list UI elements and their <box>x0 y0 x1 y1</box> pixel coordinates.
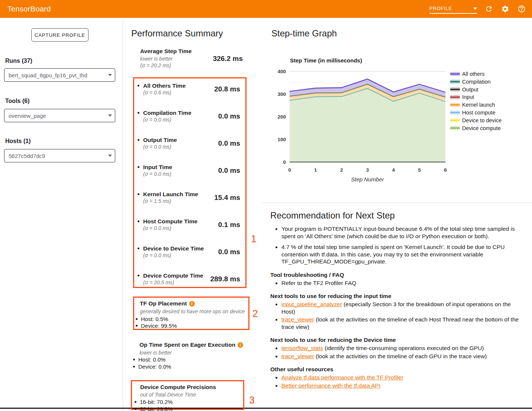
list-item: Host: 0.0% <box>133 356 165 363</box>
rec-section-item: trace_viewer (look at the activities on … <box>281 316 525 330</box>
metric-name: Compilation Time <box>143 110 191 116</box>
recommendation-bullet: 4.7 % of the total step time sampled is … <box>281 243 525 265</box>
runs-select[interactable]: bert_squad_8gpu_fp16_pvt_thd <box>4 68 115 82</box>
svg-text:4: 4 <box>392 167 395 173</box>
legend-label: Compilation <box>462 79 491 85</box>
list-item-text: Device: 0.0% <box>138 363 171 370</box>
header-actions: PROFILE <box>429 4 526 14</box>
rec-link[interactable]: tensorflow_stats <box>281 345 323 351</box>
list-item: Host: 0.5% <box>136 316 168 322</box>
hosts-select[interactable]: 5627c5dd7dc9 <box>4 149 115 162</box>
rec-link[interactable]: input_pipeline_analyzer <box>281 301 342 307</box>
annotation-number-1: 1 <box>251 233 257 245</box>
svg-text:5: 5 <box>418 167 421 173</box>
svg-text:100: 100 <box>277 137 286 142</box>
metric-row: Device Compute Time(σ = 20.5 ms)289.8 ms <box>134 272 245 289</box>
svg-text:6: 6 <box>444 167 447 173</box>
rec-item-text: (look at the activities on the timeline … <box>314 353 487 359</box>
svg-text:Step Number: Step Number <box>351 176 384 182</box>
rec-section-heading: Other useful resources <box>270 366 525 373</box>
average-step-time-note: lower is better <box>140 56 173 62</box>
reload-icon[interactable] <box>484 4 493 13</box>
average-step-time-value: 326.2 ms <box>213 55 243 63</box>
rec-link[interactable]: Analyze tf.data performance with the TF … <box>281 374 403 381</box>
list-item-text: Device: 99.5% <box>141 323 177 329</box>
metric-name: Output Time <box>143 137 177 143</box>
metric-sigma: (σ = 1.5 ms) <box>143 198 171 204</box>
rec-section-list: tensorflow_stats (identify the time-cons… <box>270 344 525 360</box>
annotation-number-3: 3 <box>249 395 255 406</box>
average-step-time-sigma: (σ = 20.2 ms) <box>140 62 171 68</box>
rec-section-heading: Tool troubleshooting / FAQ <box>270 272 525 278</box>
list-item-text: Host: 0.0% <box>138 356 165 363</box>
svg-text:200: 200 <box>277 114 286 120</box>
tf-op-placement-note: generally desired to have more ops on de… <box>140 308 245 314</box>
svg-text:0: 0 <box>288 167 291 173</box>
settings-icon[interactable] <box>501 4 510 13</box>
metric-row: Input Time(σ = 0.0 ms)0.0 ms <box>134 164 245 181</box>
list-item: Device: 99.5% <box>136 323 177 329</box>
bottom-window-edge <box>0 408 532 409</box>
precisions-title: Device Compute Precisions <box>140 384 216 391</box>
metric-row: Compilation Time(σ = 0.0 ms)0.0 ms <box>134 110 245 127</box>
metric-name: Input Time <box>143 164 172 171</box>
list-item: 16-bit: 70.2% <box>135 399 173 405</box>
bullet-icon <box>133 366 135 368</box>
rec-section-list: Analyze tf.data performance with the TF … <box>270 374 525 389</box>
metric-sigma: (σ = 0.0 ms) <box>143 252 171 258</box>
metric-name: Device to Device Time <box>143 245 204 252</box>
list-item: Device: 0.0% <box>133 363 171 370</box>
rec-section-item: Better performance with the tf.data API <box>281 382 525 389</box>
right-panel: Step-time Graph 01002003004000123456Step… <box>262 18 532 411</box>
rec-link[interactable]: trace_viewer <box>281 353 314 359</box>
rec-item-text: Refer to the TF2 Profiler FAQ <box>281 280 356 286</box>
runs-label: Runs (37) <box>5 58 32 64</box>
rec-section-item: Refer to the TF2 Profiler FAQ <box>281 279 525 287</box>
annotation-box-3: Device Compute Precisions out of Total D… <box>131 380 244 410</box>
chevron-down-icon <box>108 114 112 117</box>
metric-name: Host Compute Time <box>143 218 197 225</box>
legend-label: Device compute <box>462 125 501 131</box>
info-icon[interactable]: i <box>189 301 195 307</box>
chevron-down-icon <box>108 155 112 157</box>
precisions-note: out of Total Device Time <box>140 392 196 398</box>
chevron-down-icon <box>473 7 477 10</box>
help-icon[interactable] <box>517 4 526 13</box>
metric-row: Kernel Launch Time(σ = 1.5 ms)15.4 ms <box>134 191 245 208</box>
dashboard-selector[interactable]: PROFILE <box>429 4 477 14</box>
area-device-compute <box>290 88 445 162</box>
legend-label: Kernel launch <box>462 102 495 108</box>
metric-value: 20.8 ms <box>214 85 240 93</box>
tools-select[interactable]: overview_page <box>4 109 115 122</box>
rec-section-heading: Next tools to use for reducing the input… <box>270 293 525 300</box>
annotation-box-1: All Others Time(σ = 0.6 ms)20.8 msCompil… <box>133 77 246 288</box>
rec-section-item: input_pipeline_analyzer (especially Sect… <box>281 301 525 315</box>
rec-section-item: Analyze tf.data performance with the TF … <box>281 374 525 381</box>
capture-profile-button[interactable]: CAPTURE PROFILE <box>31 28 88 42</box>
info-icon[interactable]: i <box>238 342 243 348</box>
metric-name: Device Compute Time <box>143 272 203 279</box>
rec-section-item: tensorflow_stats (identify the time-cons… <box>281 344 525 352</box>
rec-item-text: (identify the time-consuming operations … <box>323 345 484 351</box>
tools-label: Tools (6) <box>5 98 29 104</box>
bullet-icon <box>138 193 139 195</box>
average-step-time-label: Average Step Time <box>140 48 192 55</box>
metric-sigma: (σ = 20.5 ms) <box>143 279 174 285</box>
rec-link[interactable]: trace_viewer <box>281 316 314 323</box>
bullet-icon <box>138 112 139 114</box>
metric-value: 0.0 ms <box>218 248 240 256</box>
rec-section-item: trace_viewer (look at the activities on … <box>281 353 525 360</box>
rec-link[interactable]: Better performance with the tf.data API <box>281 382 380 389</box>
list-item-text: 16-bit: 70.2% <box>140 399 173 405</box>
annotation-box-2: TF Op Placementi generally desired to ha… <box>133 297 249 330</box>
recommendation-card: Recommendation for Next Step Your progra… <box>262 203 532 411</box>
metric-value: 289.8 ms <box>210 275 240 283</box>
metric-value: 15.4 ms <box>214 194 240 202</box>
rec-sections: Tool troubleshooting / FAQRefer to the T… <box>270 272 525 389</box>
tools-select-value: overview_page <box>9 113 46 119</box>
svg-text:400: 400 <box>277 69 286 74</box>
rec-section-list: Refer to the TF2 Profiler FAQ <box>270 279 525 287</box>
dashboard-selector-value: PROFILE <box>429 6 452 11</box>
bullet-icon <box>136 318 138 320</box>
list-item-text: 32-bit: 29.8% <box>140 406 173 411</box>
